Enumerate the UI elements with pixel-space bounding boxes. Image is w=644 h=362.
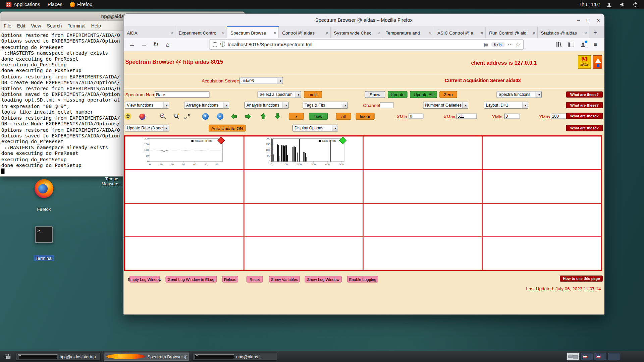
- gallery-cell-9[interactable]: [244, 203, 363, 237]
- firefox-desktop-icon[interactable]: [35, 179, 53, 198]
- gallery-cell-8[interactable]: [125, 203, 244, 237]
- update-rate-dropdown[interactable]: Update Rate (8 secs): [125, 125, 169, 132]
- green-down-arrow-icon[interactable]: [274, 113, 281, 120]
- menu-view[interactable]: View: [31, 23, 41, 28]
- applications-menu[interactable]: Applications: [2, 0, 44, 9]
- maximize-icon[interactable]: □: [587, 17, 590, 23]
- places-menu[interactable]: Places: [44, 0, 66, 9]
- menu-hamburger-icon[interactable]: ≡: [591, 40, 600, 49]
- analysis-functions-dropdown[interactable]: Analysis functions: [245, 102, 289, 109]
- library-icon[interactable]: [554, 40, 563, 49]
- menu-file[interactable]: File: [4, 23, 11, 28]
- gallery-cell-0[interactable]: 0501001502000102030405060aida03 HitRate: [125, 136, 244, 170]
- account-icon[interactable]: [579, 40, 588, 49]
- terminal-desktop-label[interactable]: Terminal: [25, 256, 62, 261]
- workspace-1[interactable]: [567, 353, 580, 360]
- tab-close-icon[interactable]: ×: [377, 30, 380, 35]
- xmin-input[interactable]: [409, 114, 423, 119]
- volume-icon[interactable]: [618, 0, 627, 9]
- tab-control-aidas[interactable]: Control @ aidas×: [279, 26, 330, 38]
- rate-chart[interactable]: 0501001502000100200300400500aida03 Rate: [264, 137, 346, 169]
- send-log-to-elog-button[interactable]: Send Log Window to ELog: [165, 276, 217, 283]
- tab-close-icon[interactable]: ×: [533, 30, 535, 35]
- move-down-sphere-icon[interactable]: ▼: [202, 113, 209, 120]
- multi-button[interactable]: multi: [304, 91, 322, 98]
- zoom-level-badge[interactable]: 67%: [491, 42, 505, 47]
- page-actions-icon[interactable]: ⋯: [507, 42, 513, 48]
- gallery-cell-2[interactable]: [363, 136, 482, 170]
- reload-page-button[interactable]: Reload: [222, 276, 238, 283]
- gallery-cell-4[interactable]: [125, 170, 244, 203]
- zoom-in-icon[interactable]: [159, 113, 166, 120]
- tab-aida[interactable]: AIDA×: [124, 26, 175, 38]
- reload-button[interactable]: ↻: [151, 39, 161, 50]
- radiation-icon[interactable]: ☢: [124, 113, 131, 120]
- update-button[interactable]: Update: [388, 91, 408, 98]
- what-are-these-button-row1[interactable]: What are these?: [566, 92, 603, 98]
- enable-logging-button[interactable]: Enable Logging: [347, 276, 378, 283]
- new-button[interactable]: new: [309, 113, 328, 120]
- taskbar-button-firefox[interactable]: Spectrum Browser @ aidas – Mozill...: [104, 352, 189, 360]
- spectrum-name-input[interactable]: [155, 92, 210, 98]
- site-info-icon[interactable]: ⓘ: [220, 41, 225, 48]
- workspace-3[interactable]: [594, 353, 607, 360]
- channel-input[interactable]: [380, 102, 393, 108]
- number-of-galleries-dropdown[interactable]: Number of Galleries: [423, 102, 468, 109]
- terminal-desktop-icon[interactable]: >_: [35, 226, 53, 243]
- show-log-window-button[interactable]: Show Log Window: [305, 276, 342, 283]
- power-icon[interactable]: [631, 0, 640, 9]
- menu-help[interactable]: Help: [91, 23, 101, 28]
- workspace-2[interactable]: [580, 353, 593, 360]
- layout-id-dropdown[interactable]: Layout ID=1: [484, 102, 528, 109]
- back-button[interactable]: ←: [127, 39, 137, 50]
- sidebar-icon[interactable]: [567, 40, 576, 49]
- all-button[interactable]: all: [336, 113, 351, 120]
- green-right-arrow-icon[interactable]: [245, 113, 252, 120]
- tab-run-control-aid[interactable]: Run Control @ aid×: [486, 26, 538, 38]
- arrange-functions-dropdown[interactable]: Arrange functions: [184, 102, 229, 109]
- tab-close-icon[interactable]: ×: [170, 30, 173, 35]
- gallery-cell-15[interactable]: [482, 237, 601, 270]
- forward-button[interactable]: →: [139, 39, 149, 50]
- reset-button[interactable]: Reset: [247, 276, 263, 283]
- ymin-input[interactable]: [504, 114, 520, 119]
- gallery-cell-1[interactable]: 0501001502000100200300400500aida03 Rate: [244, 136, 363, 170]
- fireball-icon[interactable]: [139, 113, 146, 120]
- reader-mode-icon[interactable]: ▤: [484, 42, 489, 48]
- what-are-these-button-row2[interactable]: What are these?: [566, 102, 603, 108]
- tab-temperature-and[interactable]: Temperature and×: [382, 26, 434, 38]
- tab-statistics-aidas[interactable]: Statistics @ aidas×: [538, 26, 589, 38]
- menu-terminal[interactable]: Terminal: [67, 23, 85, 28]
- gallery-cell-11[interactable]: [482, 203, 601, 237]
- tab-close-icon[interactable]: ×: [429, 30, 432, 35]
- bookmark-star-icon[interactable]: ☆: [515, 41, 520, 48]
- tags-fits-dropdown[interactable]: Tags & Fits: [303, 102, 348, 109]
- tab-spectrum-browse[interactable]: Spectrum Browse×: [227, 26, 279, 38]
- gallery-cell-13[interactable]: [244, 237, 363, 270]
- tab-close-icon[interactable]: ×: [584, 30, 587, 35]
- tab-experiment-contro[interactable]: Experiment Contro×: [175, 26, 227, 38]
- firefox-desktop-label[interactable]: Firefox: [25, 206, 62, 212]
- taskbar-button-terminal-home[interactable]: npg@aidas:~: [192, 352, 277, 360]
- tab-close-icon[interactable]: ×: [481, 30, 483, 35]
- url-bar[interactable]: ⓘ localhost:8015/Spectrum/Spectrum.tml ▤…: [209, 39, 524, 50]
- update-all-button[interactable]: Update All: [410, 91, 437, 98]
- taskbar-button-terminal-startup[interactable]: npg@aidas:startup: [16, 352, 101, 360]
- clock[interactable]: Thu 11:07: [579, 2, 600, 7]
- gallery-cell-6[interactable]: [363, 170, 482, 203]
- x-button[interactable]: x: [289, 113, 304, 120]
- midas-logo[interactable]: MMidas: [578, 55, 591, 69]
- user-status-icon[interactable]: [604, 0, 613, 9]
- hitrate-chart[interactable]: 0501001502000102030405060aida03 HitRate: [143, 137, 225, 169]
- gallery-cell-7[interactable]: [482, 170, 601, 203]
- gallery-cell-14[interactable]: [363, 237, 482, 270]
- aida-logo[interactable]: [593, 55, 602, 69]
- ymax-input[interactable]: [551, 114, 567, 119]
- empty-log-window-button[interactable]: Empty Log Window: [129, 276, 160, 283]
- what-are-these-button-row3[interactable]: What are these?: [566, 113, 603, 119]
- close-icon[interactable]: ×: [596, 17, 600, 24]
- display-options-dropdown[interactable]: Display Options: [292, 125, 338, 132]
- tab-system-wide-chec[interactable]: System wide Chec×: [331, 26, 382, 38]
- view-functions-dropdown[interactable]: View functions: [125, 102, 169, 109]
- gallery-cell-5[interactable]: [244, 170, 363, 203]
